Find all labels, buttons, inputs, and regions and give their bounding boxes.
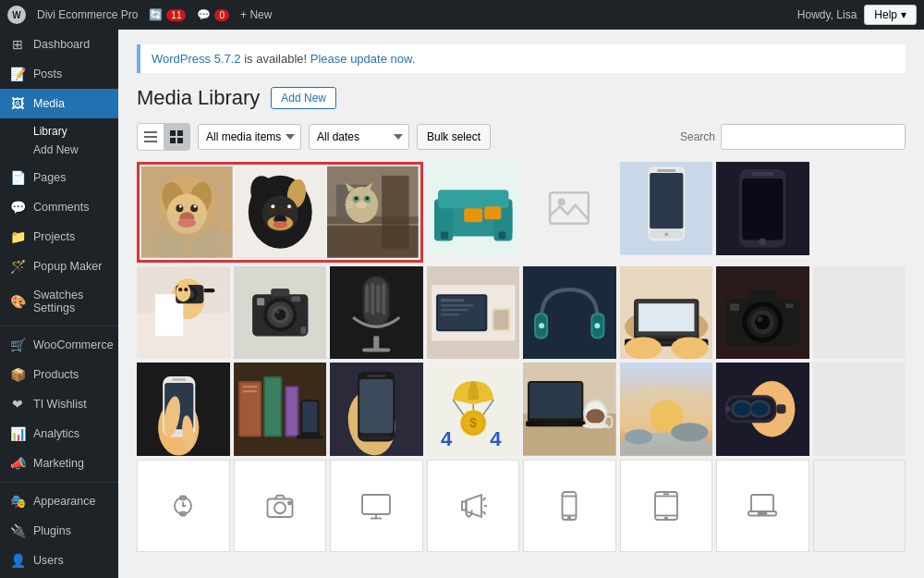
wp-logo-item[interactable]: W [7, 6, 26, 24]
media-item-megaphone-icon[interactable] [427, 460, 520, 553]
media-item-sofa[interactable] [427, 162, 520, 255]
media-item-camera-man[interactable] [137, 266, 230, 360]
sidebar-label-pages: Pages [33, 171, 66, 184]
samsung-phone-image [620, 162, 713, 255]
updates-item[interactable]: 🔄 11 [149, 8, 186, 21]
media-item-phone-icon[interactable] [523, 460, 616, 553]
svg-rect-134 [730, 303, 739, 311]
svg-rect-87 [271, 289, 289, 296]
sidebar-item-woocommerce[interactable]: 🛒 WooCommerce [0, 330, 118, 360]
svg-point-186 [671, 423, 708, 441]
svg-rect-106 [441, 309, 468, 311]
svg-rect-105 [441, 304, 473, 306]
svg-point-68 [759, 238, 766, 245]
sidebar-item-ti-wishlist[interactable]: ❤ TI Wishlist [0, 389, 118, 419]
bulk-select-button[interactable]: Bulk select [417, 124, 491, 150]
laptop-books-image [234, 363, 327, 456]
sidebar-label-marketing: Marketing [33, 457, 84, 470]
media-item-vr-headset[interactable] [716, 363, 809, 456]
svg-rect-128 [748, 289, 776, 303]
comments-badge: 0 [214, 9, 229, 21]
media-item-camera-dslr[interactable] [716, 266, 809, 360]
media-item-dog-black[interactable] [235, 166, 326, 258]
submenu-add-new[interactable]: Add New [26, 141, 118, 159]
sidebar-item-users[interactable]: 👤 Users [0, 546, 118, 575]
media-item-laptop-icon[interactable] [716, 460, 809, 553]
page-title: Media Library [137, 86, 260, 110]
media-item-monitor-icon[interactable] [330, 460, 423, 553]
svg-point-185 [625, 429, 652, 444]
media-type-filter[interactable]: All media items Images Audio Video Docum… [198, 124, 301, 150]
list-view-button[interactable] [138, 124, 164, 150]
sidebar-label-users: Users [33, 554, 64, 567]
main-layout: ⊞ Dashboard 📝 Posts 🖼 Media Library Add … [0, 30, 924, 578]
media-item-camera-top[interactable] [234, 266, 327, 360]
media-item-laptop-books[interactable] [234, 363, 327, 456]
media-item-logo-4[interactable]: $ 4 4 [427, 363, 520, 456]
media-item-phone-dark2[interactable] [330, 363, 423, 456]
sidebar-item-media[interactable]: 🖼 Media [0, 89, 118, 118]
svg-point-132 [755, 314, 770, 329]
media-item-camera-icon[interactable] [234, 460, 327, 553]
media-item-samsung-phone[interactable] [620, 162, 713, 255]
sidebar-item-comments[interactable]: 💬 Comments [0, 192, 118, 222]
media-item-watch-icon[interactable] [137, 460, 230, 553]
media-item-laptop-desk[interactable] [427, 266, 520, 360]
media-item-dog-happy[interactable] [141, 166, 233, 258]
sidebar-label-analytics: Analytics [33, 427, 79, 440]
sidebar-item-popup-maker[interactable]: 🪄 Popup Maker [0, 252, 118, 281]
media-item-laptop-hands[interactable] [620, 266, 713, 360]
site-name-item[interactable]: Divi Ecommerce Pro [37, 8, 138, 21]
sidebar-item-appearance[interactable]: 🎭 Appearance [0, 486, 118, 516]
media-item-coffee-laptop[interactable] [523, 363, 616, 456]
media-item-cat-shelf[interactable] [327, 166, 419, 258]
sidebar-item-posts[interactable]: 📝 Posts [0, 59, 118, 89]
media-item-empty-r3 [813, 363, 906, 456]
camera-top-image [234, 266, 327, 360]
sidebar-item-projects[interactable]: 📁 Projects [0, 222, 118, 252]
media-item-sunset[interactable] [620, 363, 713, 456]
search-input[interactable] [721, 124, 906, 150]
svg-rect-53 [484, 206, 501, 219]
media-icon: 🖼 [9, 96, 26, 111]
media-item-empty-r2 [813, 266, 906, 360]
svg-rect-76 [203, 289, 214, 292]
sidebar-item-analytics[interactable]: 📊 Analytics [0, 419, 118, 449]
svg-point-133 [757, 316, 762, 322]
help-button[interactable]: Help ▾ [864, 5, 917, 25]
sidebar-item-marketing[interactable]: 📣 Marketing [0, 449, 118, 478]
date-filter[interactable]: All dates January 2021 February 2021 [309, 124, 409, 150]
update-now-link[interactable]: Please update now. [310, 52, 415, 66]
sidebar-item-products[interactable]: 📦 Products [0, 360, 118, 389]
sidebar-item-dashboard[interactable]: ⊞ Dashboard [0, 30, 118, 59]
phone-dark2-image [330, 363, 423, 456]
svg-point-115 [539, 323, 544, 328]
sidebar-item-pages[interactable]: 📄 Pages [0, 163, 118, 192]
media-toolbar: All media items Images Audio Video Docum… [137, 123, 906, 151]
monitor-icon [359, 489, 393, 523]
comments-nav-icon: 💬 [9, 200, 26, 215]
grid-view-button[interactable] [164, 124, 189, 150]
svg-rect-160 [367, 375, 385, 377]
svg-text:$: $ [469, 415, 477, 430]
svg-rect-110 [523, 266, 616, 360]
selected-group [137, 162, 423, 263]
sidebar-item-swatches-settings[interactable]: 🎨 Swatches Settings [0, 281, 118, 322]
comments-item[interactable]: 💬 0 [197, 8, 229, 21]
grid-view-icon [169, 129, 184, 144]
svg-point-33 [287, 204, 291, 208]
svg-rect-90 [300, 326, 306, 334]
submenu-library[interactable]: Library [26, 122, 118, 141]
media-item-microphone[interactable] [330, 266, 423, 360]
media-item-tablet-icon[interactable] [620, 460, 713, 553]
wordpress-version-link[interactable]: WordPress 5.7.2 [152, 52, 241, 66]
media-item-headphones[interactable] [523, 266, 616, 360]
svg-rect-56 [550, 193, 589, 224]
new-item[interactable]: + New [240, 8, 272, 21]
media-item-dark-phone[interactable] [716, 162, 809, 255]
add-new-button[interactable]: Add New [271, 87, 336, 109]
media-item-phone-hand[interactable] [137, 363, 230, 456]
media-item-placeholder[interactable] [523, 162, 616, 255]
svg-point-178 [586, 409, 604, 424]
sidebar-item-plugins[interactable]: 🔌 Plugins [0, 516, 118, 546]
